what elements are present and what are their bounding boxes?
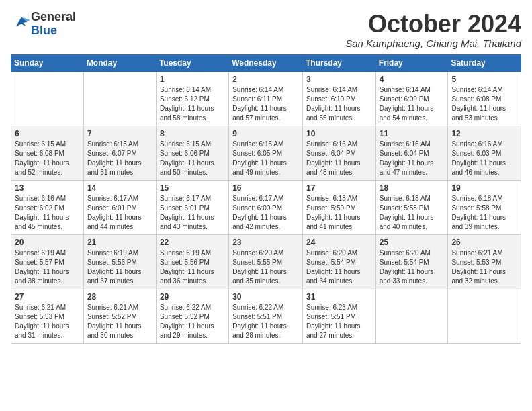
logo-line2: Blue	[31, 24, 57, 37]
day-info: Sunrise: 6:16 AM Sunset: 6:02 PM Dayligh…	[15, 194, 80, 232]
calendar-cell	[83, 71, 156, 126]
calendar-cell: 30Sunrise: 6:22 AM Sunset: 5:51 PM Dayli…	[229, 289, 303, 343]
day-number: 29	[160, 292, 225, 302]
weekday-header-cell: Saturday	[448, 54, 521, 71]
day-number: 2	[232, 75, 299, 84]
day-number: 14	[87, 183, 152, 193]
weekday-header-row: SundayMondayTuesdayWednesdayThursdayFrid…	[11, 54, 521, 71]
calendar-cell: 25Sunrise: 6:20 AM Sunset: 5:54 PM Dayli…	[375, 234, 448, 289]
calendar-cell: 6Sunrise: 6:15 AM Sunset: 6:08 PM Daylig…	[11, 126, 84, 180]
calendar-cell	[448, 289, 521, 343]
calendar-cell: 28Sunrise: 6:21 AM Sunset: 5:52 PM Dayli…	[83, 289, 156, 343]
calendar-cell: 17Sunrise: 6:18 AM Sunset: 5:59 PM Dayli…	[302, 180, 375, 234]
day-info: Sunrise: 6:23 AM Sunset: 5:51 PM Dayligh…	[306, 303, 372, 340]
day-info: Sunrise: 6:19 AM Sunset: 5:57 PM Dayligh…	[15, 248, 80, 286]
day-info: Sunrise: 6:21 AM Sunset: 5:53 PM Dayligh…	[451, 248, 517, 286]
weekday-header-cell: Sunday	[11, 54, 84, 71]
calendar-cell: 16Sunrise: 6:17 AM Sunset: 6:00 PM Dayli…	[229, 180, 303, 234]
weekday-header-cell: Wednesday	[229, 54, 303, 71]
day-number: 15	[160, 183, 225, 193]
calendar-table: SundayMondayTuesdayWednesdayThursdayFrid…	[11, 54, 521, 344]
day-info: Sunrise: 6:15 AM Sunset: 6:06 PM Dayligh…	[160, 140, 225, 177]
day-info: Sunrise: 6:18 AM Sunset: 5:58 PM Dayligh…	[380, 194, 445, 232]
day-number: 23	[232, 238, 299, 247]
day-number: 3	[306, 75, 372, 84]
calendar-cell: 8Sunrise: 6:15 AM Sunset: 6:06 PM Daylig…	[156, 126, 228, 180]
calendar-week-row: 13Sunrise: 6:16 AM Sunset: 6:02 PM Dayli…	[11, 180, 521, 234]
calendar-cell: 20Sunrise: 6:19 AM Sunset: 5:57 PM Dayli…	[11, 234, 84, 289]
calendar-cell: 18Sunrise: 6:18 AM Sunset: 5:58 PM Dayli…	[375, 180, 448, 234]
day-info: Sunrise: 6:16 AM Sunset: 6:03 PM Dayligh…	[451, 140, 517, 177]
logo-line1: General	[31, 10, 76, 24]
day-number: 9	[232, 129, 299, 138]
calendar-cell	[375, 289, 448, 343]
calendar-cell: 13Sunrise: 6:16 AM Sunset: 6:02 PM Dayli…	[11, 180, 84, 234]
calendar-body: 1Sunrise: 6:14 AM Sunset: 6:12 PM Daylig…	[11, 71, 521, 343]
calendar-cell: 15Sunrise: 6:17 AM Sunset: 6:01 PM Dayli…	[156, 180, 228, 234]
calendar-cell: 14Sunrise: 6:17 AM Sunset: 6:01 PM Dayli…	[83, 180, 156, 234]
day-info: Sunrise: 6:21 AM Sunset: 5:52 PM Dayligh…	[87, 303, 152, 340]
weekday-header-cell: Friday	[375, 54, 448, 71]
calendar-cell: 27Sunrise: 6:21 AM Sunset: 5:53 PM Dayli…	[11, 289, 84, 343]
calendar-cell: 3Sunrise: 6:14 AM Sunset: 6:10 PM Daylig…	[302, 71, 375, 126]
day-number: 27	[15, 292, 80, 302]
calendar-cell: 22Sunrise: 6:19 AM Sunset: 5:56 PM Dayli…	[156, 234, 228, 289]
day-info: Sunrise: 6:14 AM Sunset: 6:11 PM Dayligh…	[232, 85, 299, 123]
day-info: Sunrise: 6:17 AM Sunset: 6:00 PM Dayligh…	[232, 194, 299, 232]
day-info: Sunrise: 6:20 AM Sunset: 5:54 PM Dayligh…	[306, 248, 372, 286]
day-info: Sunrise: 6:19 AM Sunset: 5:56 PM Dayligh…	[160, 248, 225, 286]
day-info: Sunrise: 6:17 AM Sunset: 6:01 PM Dayligh…	[160, 194, 225, 232]
calendar-cell: 11Sunrise: 6:16 AM Sunset: 6:04 PM Dayli…	[375, 126, 448, 180]
day-info: Sunrise: 6:20 AM Sunset: 5:54 PM Dayligh…	[380, 248, 445, 286]
day-number: 4	[380, 75, 445, 84]
location: San Kamphaeng, Chiang Mai, Thailand	[345, 38, 521, 49]
day-number: 7	[87, 129, 152, 138]
calendar-cell: 31Sunrise: 6:23 AM Sunset: 5:51 PM Dayli…	[302, 289, 375, 343]
day-number: 28	[87, 292, 152, 302]
day-info: Sunrise: 6:19 AM Sunset: 5:56 PM Dayligh…	[87, 248, 152, 286]
logo-text: General Blue	[31, 11, 76, 38]
day-number: 5	[451, 75, 517, 84]
day-number: 31	[306, 292, 372, 302]
calendar-cell: 5Sunrise: 6:14 AM Sunset: 6:08 PM Daylig…	[448, 71, 521, 126]
calendar-cell: 9Sunrise: 6:15 AM Sunset: 6:05 PM Daylig…	[229, 126, 303, 180]
calendar-cell: 24Sunrise: 6:20 AM Sunset: 5:54 PM Dayli…	[302, 234, 375, 289]
day-info: Sunrise: 6:15 AM Sunset: 6:07 PM Dayligh…	[87, 140, 152, 177]
day-info: Sunrise: 6:16 AM Sunset: 6:04 PM Dayligh…	[380, 140, 445, 177]
weekday-header-cell: Monday	[83, 54, 156, 71]
month-title: October 2024	[345, 11, 521, 38]
weekday-header-cell: Thursday	[302, 54, 375, 71]
day-number: 10	[306, 129, 372, 138]
calendar-week-row: 27Sunrise: 6:21 AM Sunset: 5:53 PM Dayli…	[11, 289, 521, 343]
day-number: 12	[451, 129, 517, 138]
day-info: Sunrise: 6:15 AM Sunset: 6:05 PM Dayligh…	[232, 140, 299, 177]
day-info: Sunrise: 6:18 AM Sunset: 5:59 PM Dayligh…	[306, 194, 372, 232]
day-number: 6	[15, 129, 80, 138]
calendar-week-row: 6Sunrise: 6:15 AM Sunset: 6:08 PM Daylig…	[11, 126, 521, 180]
day-number: 17	[306, 183, 372, 193]
calendar-cell: 2Sunrise: 6:14 AM Sunset: 6:11 PM Daylig…	[229, 71, 303, 126]
calendar-week-row: 20Sunrise: 6:19 AM Sunset: 5:57 PM Dayli…	[11, 234, 521, 289]
logo-bird-icon	[12, 13, 31, 32]
day-info: Sunrise: 6:14 AM Sunset: 6:12 PM Dayligh…	[160, 85, 225, 123]
calendar-cell: 10Sunrise: 6:16 AM Sunset: 6:04 PM Dayli…	[302, 126, 375, 180]
calendar-week-row: 1Sunrise: 6:14 AM Sunset: 6:12 PM Daylig…	[11, 71, 521, 126]
day-info: Sunrise: 6:15 AM Sunset: 6:08 PM Dayligh…	[15, 140, 80, 177]
page-header: General Blue October 2024 San Kamphaeng,…	[11, 11, 521, 49]
day-number: 22	[160, 238, 225, 247]
calendar-cell: 7Sunrise: 6:15 AM Sunset: 6:07 PM Daylig…	[83, 126, 156, 180]
logo: General Blue	[11, 11, 76, 38]
day-number: 26	[451, 238, 517, 247]
day-info: Sunrise: 6:17 AM Sunset: 6:01 PM Dayligh…	[87, 194, 152, 232]
day-number: 21	[87, 238, 152, 247]
day-number: 8	[160, 129, 225, 138]
day-info: Sunrise: 6:22 AM Sunset: 5:51 PM Dayligh…	[232, 303, 299, 340]
calendar-cell: 12Sunrise: 6:16 AM Sunset: 6:03 PM Dayli…	[448, 126, 521, 180]
day-info: Sunrise: 6:16 AM Sunset: 6:04 PM Dayligh…	[306, 140, 372, 177]
weekday-header-cell: Tuesday	[156, 54, 228, 71]
calendar-cell: 26Sunrise: 6:21 AM Sunset: 5:53 PM Dayli…	[448, 234, 521, 289]
day-info: Sunrise: 6:20 AM Sunset: 5:55 PM Dayligh…	[232, 248, 299, 286]
day-info: Sunrise: 6:14 AM Sunset: 6:08 PM Dayligh…	[451, 85, 517, 123]
day-number: 13	[15, 183, 80, 193]
day-number: 18	[380, 183, 445, 193]
